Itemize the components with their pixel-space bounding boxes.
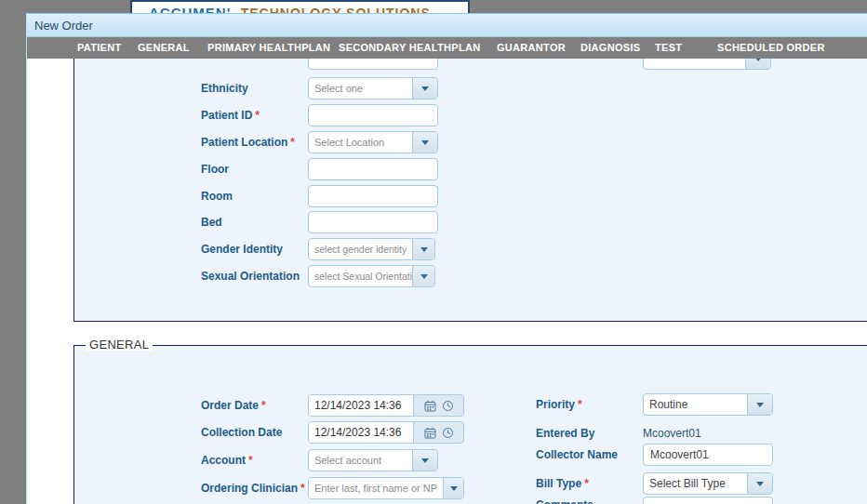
entered-by-value: Mcoovert01	[643, 422, 701, 444]
required-marker: *	[261, 399, 266, 412]
required-marker: *	[255, 109, 260, 122]
room-label: Room	[201, 185, 233, 207]
patient-section	[73, 59, 867, 322]
account-select[interactable]: Select account	[308, 449, 438, 471]
form-scroll-area[interactable]: GENERAL Ethnicity Select one Patient ID*	[27, 59, 867, 504]
ethnicity-select[interactable]: Select one	[308, 77, 438, 99]
patient-location-label: Patient Location	[201, 136, 287, 149]
general-section-legend: GENERAL	[86, 338, 153, 351]
chevron-down-icon[interactable]	[745, 59, 770, 69]
bill-type-label: Bill Type	[536, 477, 581, 490]
order-date-input[interactable]	[309, 395, 414, 416]
tab-diagnosis[interactable]: DIAGNOSIS	[580, 37, 640, 59]
field-row-cutoff-top-right	[643, 59, 771, 70]
calendar-icon[interactable]	[424, 400, 436, 412]
logo-text-secondary: TECHNOLOGY SOLUTIONS	[241, 6, 431, 13]
room-input[interactable]	[308, 185, 438, 207]
order-date-picker[interactable]	[308, 394, 464, 417]
chevron-down-icon[interactable]	[747, 394, 772, 415]
bed-label: Bed	[201, 211, 222, 233]
required-marker: *	[290, 136, 295, 149]
tab-general[interactable]: GENERAL	[138, 37, 190, 59]
patient-id-input[interactable]	[308, 104, 438, 126]
required-marker: *	[578, 398, 582, 411]
calendar-icon[interactable]	[424, 427, 436, 439]
clock-icon[interactable]	[442, 427, 454, 439]
comments-input[interactable]	[643, 497, 773, 504]
ethnicity-label: Ethnicity	[201, 77, 248, 99]
collector-name-label: Collector Name	[536, 444, 618, 466]
patient-location-select-value: Select Location	[309, 132, 412, 153]
sexual-orientation-select-value: select Sexual Orientation	[309, 266, 412, 286]
order-tabs-bar: PATIENT GENERAL PRIMARY HEALTHPLAN SECON…	[27, 37, 867, 59]
clock-icon[interactable]	[442, 400, 454, 412]
collection-date-input[interactable]	[309, 422, 414, 443]
field-row-cutoff-top	[308, 59, 438, 70]
tab-primary-healthplan[interactable]: PRIMARY HEALTHPLAN	[207, 37, 330, 59]
chevron-down-icon[interactable]	[412, 132, 437, 153]
priority-select[interactable]: Routine	[643, 393, 773, 416]
collection-date-picker[interactable]	[308, 421, 464, 444]
chevron-down-icon[interactable]	[412, 78, 437, 99]
collector-name-input[interactable]	[643, 444, 773, 466]
ordering-clinician-label: Ordering Clinician	[201, 482, 298, 495]
chevron-down-icon[interactable]	[412, 239, 434, 259]
priority-select-value: Routine	[644, 394, 747, 415]
tab-guarantor[interactable]: GUARANTOR	[497, 37, 566, 59]
tab-patient[interactable]: PATIENT	[77, 37, 122, 59]
required-marker: *	[248, 454, 253, 467]
collection-date-label: Collection Date	[201, 421, 282, 444]
sexual-orientation-select[interactable]: select Sexual Orientation	[308, 265, 435, 287]
order-date-label: Order Date	[201, 399, 259, 412]
ethnicity-select-value: Select one	[309, 78, 412, 99]
required-marker: *	[584, 477, 589, 490]
floor-label: Floor	[201, 158, 229, 180]
sexual-orientation-label: Sexual Orientation	[201, 265, 300, 287]
ordering-clinician-input[interactable]	[309, 478, 443, 498]
dialog-title: New Order	[34, 19, 93, 33]
bill-type-select[interactable]: Select Bill Type	[643, 472, 773, 495]
cutoff-input[interactable]	[308, 59, 438, 70]
comments-label: Comments	[536, 498, 594, 504]
patient-id-label: Patient ID	[201, 109, 252, 122]
required-marker: *	[300, 482, 305, 495]
ordering-clinician-combobox[interactable]	[308, 477, 464, 499]
account-select-value: Select account	[309, 450, 412, 471]
chevron-down-icon[interactable]	[412, 266, 434, 286]
tab-scheduled-order[interactable]: SCHEDULED ORDER	[717, 37, 825, 59]
bill-type-select-value: Select Bill Type	[644, 473, 747, 494]
chevron-down-icon[interactable]	[443, 478, 463, 498]
logo-text-primary: ACCUMEN'	[149, 5, 231, 13]
cutoff-select[interactable]	[643, 59, 771, 70]
tab-test[interactable]: TEST	[655, 37, 682, 59]
account-label: Account	[201, 454, 246, 467]
priority-label: Priority	[536, 398, 575, 411]
gender-identity-label: Gender Identity	[201, 238, 283, 260]
chevron-down-icon[interactable]	[412, 450, 437, 471]
gender-identity-select[interactable]: select gender identity	[308, 238, 435, 260]
dialog-titlebar[interactable]: New Order	[27, 13, 867, 37]
bed-input[interactable]	[308, 211, 438, 233]
tab-secondary-healthplan[interactable]: SECONDARY HEALTHPLAN	[339, 37, 480, 59]
gender-identity-select-value: select gender identity	[309, 239, 412, 259]
chevron-down-icon[interactable]	[747, 473, 772, 494]
company-logo: ACCUMEN' TECHNOLOGY SOLUTIONS	[130, 0, 470, 13]
entered-by-label: Entered By	[536, 422, 594, 444]
floor-input[interactable]	[308, 158, 438, 180]
patient-location-select[interactable]: Select Location	[308, 131, 438, 153]
new-order-dialog: New Order PATIENT GENERAL PRIMARY HEALTH…	[26, 13, 867, 504]
